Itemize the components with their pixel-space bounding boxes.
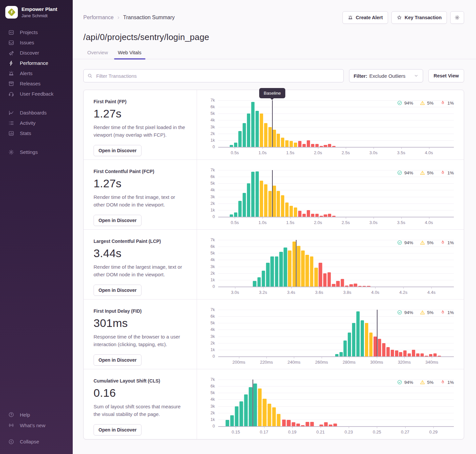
vital-value: 301ms [94,317,187,330]
reset-view-button[interactable]: Reset View [428,69,464,82]
histogram-bar [282,420,286,426]
empower-plant-logo-icon [7,7,17,17]
histogram-bar [272,130,276,147]
histogram-plot: 7k6k5k4k3k2k1k00.5s1.0s1.5s2.0s2.5s3.0s3… [218,170,454,217]
histogram-bar [292,242,296,287]
org-name: Empower Plant [21,6,57,13]
org-switcher[interactable]: Empower Plant Jane Schmidt [0,5,73,19]
gridline [218,267,454,267]
transaction-settings-button[interactable] [450,11,464,24]
histogram-bar [319,263,322,287]
x-axis-line [218,426,454,427]
sidebar-item-settings[interactable]: Settings [0,147,73,157]
x-axis-label: 0.5s [231,220,239,225]
x-axis-label: 0.23 [344,430,353,434]
histogram-bar [339,352,343,356]
histogram-bar [264,184,267,217]
sidebar-item-user-feedback[interactable]: User Feedback [0,89,73,99]
x-axis-tick [377,357,377,358]
histogram-bar [314,268,318,287]
sidebar: Empower Plant Jane Schmidt ProjectsIssue… [0,0,73,454]
histogram-bar [301,250,304,287]
x-axis-tick [375,287,376,289]
vital-row: First Input Delay (FID) 301ms Response t… [84,299,464,369]
filter-dropdown[interactable]: Filter: Exclude Outliers [349,69,423,82]
sidebar-item-label: Dashboards [20,110,47,115]
x-axis-label: 4.0s [371,290,379,295]
y-axis-label: 1k [211,278,215,282]
x-axis-tick [429,147,429,149]
baseline-marker [377,310,377,356]
gridline [218,343,454,343]
x-axis-tick [346,217,346,219]
x-axis-label: 240ms [288,360,300,365]
legend-poor: 1% [440,310,454,315]
vital-description: Render time of the largest image, text o… [94,263,187,279]
sidebar-item-label: Projects [20,29,38,35]
sidebar-item-collapse[interactable]: Collapse [0,436,73,447]
sidebar-item-what-s-new[interactable]: What’s new [0,420,73,431]
x-axis-tick [374,147,374,149]
chart-legend: 94% 5% 1% [397,170,454,175]
collapse-icon [8,439,14,445]
y-axis-label: 1k [211,417,215,422]
histogram-bar [369,333,373,357]
tab-bar: OverviewWeb Vitals [83,48,464,59]
check-circle-icon [397,100,402,106]
sidebar-item-projects[interactable]: Projects [0,27,73,37]
breadcrumb: Performance Transaction Summary [83,15,175,21]
y-axis-label: 3k [211,404,215,409]
x-axis-line [218,217,454,217]
open-in-discover-button[interactable]: Open in Discover [94,354,141,366]
x-axis-tick [404,357,405,358]
sidebar-item-help[interactable]: Help [0,409,73,420]
open-in-discover-button[interactable]: Open in Discover [94,424,141,435]
sidebar-item-performance[interactable]: Performance [0,58,73,68]
issues-icon [8,40,14,46]
histogram-bar [272,186,276,217]
baseline-marker [272,170,273,217]
x-axis-label: 0.5s [231,150,239,155]
dashboards-icon [8,110,14,116]
sidebar-item-activity[interactable]: Activity [0,118,73,128]
histogram-bar [251,102,255,147]
sidebar-item-releases[interactable]: Releases [0,78,73,89]
y-axis-label: 7k [211,238,215,242]
histogram-bar [230,415,234,426]
open-in-discover-button[interactable]: Open in Discover [94,215,141,226]
open-in-discover-button[interactable]: Open in Discover [94,145,141,156]
y-axis-label: 4k [211,257,215,262]
breadcrumb-performance-link[interactable]: Performance [83,15,114,21]
sidebar-item-dashboards[interactable]: Dashboards [0,108,73,118]
sidebar-item-alerts[interactable]: Alerts [0,68,73,78]
create-alert-button[interactable]: Create Alert [342,11,388,24]
tab-web-vitals[interactable]: Web Vitals [114,48,145,59]
gridline [218,337,454,337]
gridline [218,280,454,280]
sidebar-item-stats[interactable]: Stats [0,128,73,138]
histogram-bar [249,387,253,426]
sidebar-item-issues[interactable]: Issues [0,37,73,48]
histogram-bar [354,284,357,287]
legend-good: 94% [397,240,413,245]
x-axis-label: 3.6s [315,290,323,295]
key-transaction-button[interactable]: Key Transaction [391,11,447,24]
histogram-bar [288,250,291,287]
filter-transactions-input[interactable] [83,69,344,82]
filter-dropdown-value: Exclude Outliers [369,73,405,79]
histogram-bar [332,146,336,147]
x-axis-tick [346,147,346,149]
histogram-bar [294,207,297,217]
histogram-bar [356,311,360,356]
x-axis-label: 300ms [370,360,383,365]
histogram-bar [335,354,338,356]
open-in-discover-button[interactable]: Open in Discover [94,285,141,296]
sidebar-item-discover[interactable]: Discover [0,48,73,58]
search-icon [87,73,93,78]
x-axis-label: 3.8s [343,290,351,295]
tab-overview[interactable]: Overview [83,48,112,59]
x-axis-label: 200ms [232,360,245,365]
x-axis-tick [291,287,292,289]
histogram-bar [243,123,246,147]
histogram-bar [403,350,407,356]
